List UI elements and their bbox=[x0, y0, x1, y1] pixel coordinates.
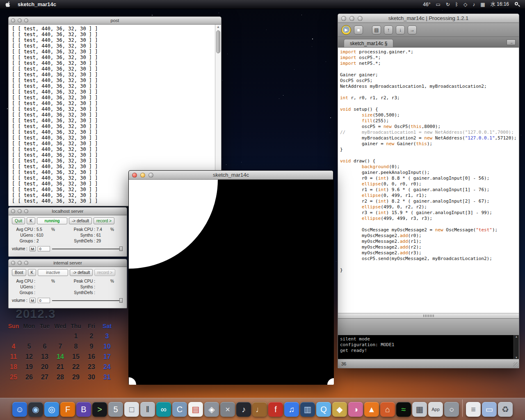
apple-menu-icon[interactable] bbox=[5, 1, 11, 8]
volume-slider[interactable] bbox=[52, 246, 123, 251]
scroll-up-arrow[interactable]: ▲ bbox=[215, 25, 221, 30]
code-editor[interactable]: import processing.gainer.*;import oscP5.… bbox=[338, 48, 519, 313]
scroll-up-arrow[interactable]: ▲ bbox=[514, 335, 519, 338]
dock-icon-quicksilver[interactable]: ○ bbox=[444, 402, 459, 417]
dock-icon-package[interactable]: □ bbox=[124, 402, 139, 417]
spotlight-icon[interactable] bbox=[514, 2, 520, 7]
temperature-status[interactable]: 46° bbox=[423, 2, 430, 7]
tab-sketch[interactable]: sketch_mar14c § bbox=[344, 39, 393, 47]
minimize-button[interactable] bbox=[18, 18, 22, 23]
dock-icon-documents[interactable]: ≡ bbox=[466, 402, 481, 417]
localhost-titlebar[interactable]: localhost server bbox=[9, 208, 127, 215]
dock-icon-cyberduck[interactable]: ◆ bbox=[332, 402, 347, 417]
post-titlebar[interactable]: post bbox=[9, 17, 221, 25]
dock-icon-firefox[interactable]: F bbox=[60, 402, 75, 417]
dock-icon-folder[interactable]: ▭ bbox=[482, 402, 497, 417]
record-button[interactable]: record > bbox=[94, 217, 114, 224]
slider-thumb[interactable] bbox=[119, 247, 123, 251]
zoom-button[interactable] bbox=[148, 173, 153, 178]
bluetooth-icon[interactable]: ᛒ bbox=[455, 2, 458, 7]
dock-icon-trash[interactable]: ♻ bbox=[498, 402, 513, 417]
input-menu-icon[interactable]: ▦ bbox=[480, 2, 485, 7]
sketch-titlebar[interactable]: sketch_mar14c bbox=[129, 171, 333, 180]
close-button[interactable] bbox=[11, 18, 15, 23]
dock-icon-bbedit[interactable]: B bbox=[76, 402, 91, 417]
slider-thumb[interactable] bbox=[119, 298, 123, 303]
minimize-button[interactable] bbox=[349, 16, 354, 21]
dock-icon-movie[interactable]: ▥ bbox=[300, 402, 315, 417]
dock-icon-itunes[interactable]: ♫ bbox=[284, 402, 299, 417]
dock-icon-parallels[interactable]: ‖ bbox=[140, 402, 155, 417]
dock-icon-dashboard[interactable]: ◉ bbox=[28, 402, 43, 417]
zoom-button[interactable] bbox=[24, 209, 28, 213]
run-button[interactable]: ▶ bbox=[341, 25, 351, 35]
close-button[interactable] bbox=[11, 261, 15, 265]
internal-titlebar[interactable]: internal server bbox=[9, 259, 127, 267]
dock-icon-stuffit[interactable]: ⌂ bbox=[380, 402, 395, 417]
dock-icon-terminal[interactable]: > bbox=[92, 402, 107, 417]
minimize-button[interactable] bbox=[140, 173, 145, 178]
dock-icon-quark[interactable]: × bbox=[220, 402, 235, 417]
save-button[interactable]: ↓ bbox=[396, 25, 405, 34]
dock-icon-versions[interactable]: 5 bbox=[108, 402, 123, 417]
close-button[interactable] bbox=[132, 173, 137, 178]
tab-menu-button[interactable]: → bbox=[507, 39, 516, 45]
dock-icon-quicktime[interactable]: Q bbox=[316, 402, 331, 417]
post-line: [ [ test, 440, 36, 32, 30 ] ] bbox=[12, 60, 215, 66]
record-button[interactable]: record > bbox=[94, 269, 115, 276]
close-button[interactable] bbox=[11, 209, 15, 213]
zoom-button[interactable] bbox=[24, 18, 28, 23]
stop-button[interactable]: ■ bbox=[354, 25, 363, 34]
dock-icon-arduino[interactable]: ∞ bbox=[156, 402, 171, 417]
close-button[interactable] bbox=[341, 16, 346, 21]
console-scrollbar[interactable]: ▲▼ bbox=[514, 335, 519, 359]
time-machine-icon[interactable]: ↻ bbox=[446, 2, 450, 7]
export-button[interactable]: → bbox=[408, 25, 417, 34]
mute-button[interactable]: M bbox=[30, 246, 36, 251]
minimize-button[interactable] bbox=[18, 261, 22, 265]
scroll-down-arrow[interactable]: ▼ bbox=[514, 356, 519, 359]
dock-icon-garageband[interactable]: ♩ bbox=[252, 402, 267, 417]
dock-icon-appcleaner[interactable]: App bbox=[428, 402, 443, 417]
dock-icon-finder[interactable]: ☺ bbox=[12, 402, 27, 417]
code-line: import netP5.*; bbox=[340, 61, 519, 66]
kill-button[interactable]: K bbox=[28, 269, 37, 276]
default-group-button[interactable]: -> default bbox=[69, 217, 92, 224]
volume-value[interactable]: 0 bbox=[38, 298, 50, 303]
dock-icon-coda[interactable]: C bbox=[172, 402, 187, 417]
new-sketch-button[interactable]: ▤ bbox=[372, 25, 381, 34]
mute-button[interactable]: M bbox=[30, 298, 36, 303]
active-app-name[interactable]: sketch_mar14c bbox=[18, 1, 56, 7]
dock-icon-ical[interactable]: ▤ bbox=[188, 402, 203, 417]
minimize-button[interactable] bbox=[18, 209, 22, 213]
dock-icon-safari[interactable]: ◎ bbox=[44, 402, 59, 417]
code-line: r2 = (int) 8.2 * ( gainer.analogInput[2]… bbox=[340, 199, 519, 204]
display-icon[interactable]: ▭ bbox=[436, 2, 440, 7]
volume-slider[interactable] bbox=[52, 298, 123, 303]
dock-icon-keyboard[interactable]: ▦ bbox=[412, 402, 427, 417]
menu-clock[interactable]: 水 16:16 bbox=[491, 1, 509, 8]
zoom-button[interactable] bbox=[24, 261, 28, 265]
dock-icon-vlc[interactable]: ▲ bbox=[364, 402, 379, 417]
code-line: ellipse(0, 0, r0, r0); bbox=[340, 181, 519, 187]
dock-icon-photo-booth[interactable]: ◈ bbox=[204, 402, 219, 417]
volume-icon[interactable]: ♪ bbox=[472, 2, 475, 7]
open-button[interactable]: ↑ bbox=[384, 25, 393, 34]
quit-button[interactable]: Quit bbox=[12, 217, 25, 224]
volume-value[interactable]: 0 bbox=[38, 246, 50, 251]
airport-icon[interactable]: ◇ bbox=[463, 2, 467, 7]
divider-handle[interactable] bbox=[423, 315, 434, 317]
processing-titlebar[interactable]: sketch_mar14c | Processing 1.2.1 bbox=[338, 14, 519, 23]
dock-icon-midi-keys[interactable]: ♪ bbox=[236, 402, 251, 417]
boot-button[interactable]: Boot bbox=[12, 269, 26, 276]
zoom-button[interactable] bbox=[358, 16, 363, 21]
console-line: get ready! bbox=[340, 348, 514, 354]
scroll-thumb[interactable] bbox=[216, 30, 220, 53]
dock-icon-flash[interactable]: f bbox=[268, 402, 283, 417]
dock-icon-paint[interactable]: ◑ bbox=[348, 402, 363, 417]
kill-button[interactable]: K bbox=[27, 217, 35, 224]
dock-icon-scope[interactable]: ≈ bbox=[396, 402, 411, 417]
editor-horizontal-scrollbar[interactable] bbox=[338, 313, 519, 318]
default-group-button[interactable]: -> default bbox=[70, 269, 93, 276]
resize-grip[interactable] bbox=[513, 362, 518, 368]
